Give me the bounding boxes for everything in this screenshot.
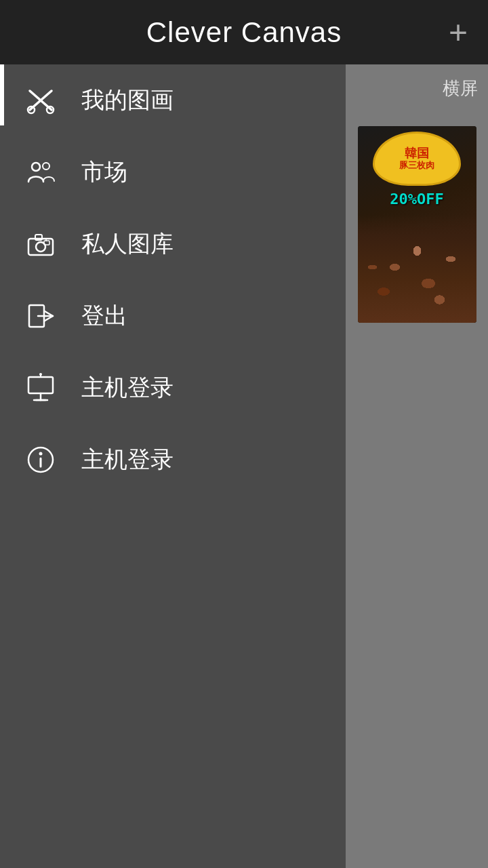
info-icon — [20, 443, 61, 477]
thumbnail-image: 韓国 豚三枚肉 20%OFF — [358, 126, 476, 323]
sidebar-item-my-drawings[interactable]: 我的图画 — [0, 64, 346, 136]
sidebar-item-logout[interactable]: 登出 — [0, 280, 346, 352]
sidebar-item-market-label: 市场 — [81, 157, 127, 188]
landscape-label: 横屏 — [346, 64, 488, 113]
right-panel: 横屏 韓国 豚三枚肉 20%OFF — [346, 64, 488, 868]
gallery-icon — [20, 227, 61, 261]
food-dots — [361, 235, 473, 316]
sidebar-item-host-login-1[interactable]: 主机登录 — [0, 352, 346, 424]
content-area: 我的图画 市场 — [0, 64, 488, 868]
logout-icon — [20, 299, 61, 333]
topbar: Clever Canvas + — [0, 0, 488, 64]
speech-bubble: 韓国 豚三枚肉 — [373, 132, 461, 186]
sidebar-item-host-login-1-label: 主机登录 — [81, 372, 174, 403]
poster-text-line1: 韓国 — [405, 147, 429, 161]
svg-point-4 — [32, 163, 40, 171]
sidebar-item-host-login-2-label: 主机登录 — [81, 444, 174, 475]
presentation-icon — [20, 371, 61, 405]
thumbnail-card[interactable]: 韓国 豚三枚肉 20%OFF — [358, 126, 476, 323]
add-button[interactable]: + — [449, 16, 468, 49]
svg-rect-13 — [28, 377, 53, 393]
market-icon — [20, 155, 61, 189]
sidebar: 我的图画 市场 — [0, 64, 346, 868]
sidebar-item-host-login-2[interactable]: 主机登录 — [0, 424, 346, 496]
poster-text-line2: 豚三枚肉 — [399, 161, 434, 170]
sidebar-item-market[interactable]: 市场 — [0, 136, 346, 208]
sidebar-item-my-drawings-label: 我的图画 — [81, 85, 174, 116]
app-title: Clever Canvas — [146, 16, 342, 49]
svg-point-22 — [39, 452, 43, 456]
svg-point-5 — [43, 163, 49, 170]
active-indicator — [0, 64, 4, 125]
brush-scissors-icon — [20, 83, 61, 117]
discount-text: 20%OFF — [390, 191, 443, 208]
sidebar-item-private-gallery[interactable]: 私人图库 — [0, 208, 346, 280]
sidebar-item-logout-label: 登出 — [81, 300, 127, 332]
sidebar-item-private-gallery-label: 私人图库 — [81, 229, 174, 260]
svg-point-19 — [39, 373, 42, 376]
